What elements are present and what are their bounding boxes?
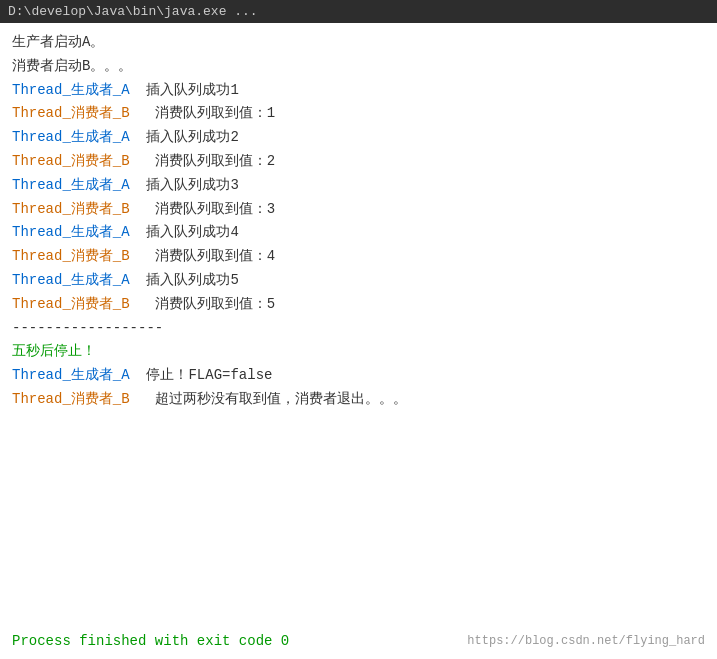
line-segment: 消费队列取到值：4 [130, 248, 276, 264]
line-segment: 消费队列取到值：5 [130, 296, 276, 312]
console-body: 生产者启动A。消费者启动B。。。Thread_生成者_A 插入队列成功1Thre… [0, 23, 717, 450]
console-line: 五秒后停止！ [12, 340, 705, 364]
console-line: Thread_消费者_B 消费队列取到值：2 [12, 150, 705, 174]
line-segment: Thread_生成者_A [12, 272, 130, 288]
console-line: Thread_生成者_A 插入队列成功2 [12, 126, 705, 150]
line-segment: 消费队列取到值：2 [130, 153, 276, 169]
console-line: Thread_生成者_A 插入队列成功1 [12, 79, 705, 103]
console-line: 消费者启动B。。。 [12, 55, 705, 79]
console-line: Thread_消费者_B 消费队列取到值：1 [12, 102, 705, 126]
console-line: Thread_消费者_B 消费队列取到值：3 [12, 198, 705, 222]
title-text: D:\develop\Java\bin\java.exe ... [8, 4, 258, 19]
line-segment: 超过两秒没有取到值，消费者退出。。。 [130, 391, 407, 407]
console-window: D:\develop\Java\bin\java.exe ... 生产者启动A。… [0, 0, 717, 659]
line-segment: 消费队列取到值：3 [130, 201, 276, 217]
line-segment: Thread_生成者_A [12, 367, 130, 383]
line-segment: 消费队列取到值：1 [130, 105, 276, 121]
line-segment: 插入队列成功4 [130, 224, 239, 240]
line-segment: Thread_消费者_B [12, 248, 130, 264]
console-line: Thread_消费者_B 消费队列取到值：4 [12, 245, 705, 269]
line-segment: Thread_消费者_B [12, 153, 130, 169]
line-segment: 插入队列成功5 [130, 272, 239, 288]
line-segment: Thread_消费者_B [12, 296, 130, 312]
console-line: Thread_生成者_A 停止！FLAG=false [12, 364, 705, 388]
console-line: ------------------ [12, 317, 705, 341]
console-line: 生产者启动A。 [12, 31, 705, 55]
line-segment: Thread_生成者_A [12, 177, 130, 193]
bottom-bar: Process finished with exit code 0 https:… [12, 633, 705, 649]
console-line: Thread_生成者_A 插入队列成功3 [12, 174, 705, 198]
console-line: Thread_生成者_A 插入队列成功5 [12, 269, 705, 293]
csdn-link: https://blog.csdn.net/flying_hard [467, 634, 705, 648]
line-segment: Thread_消费者_B [12, 105, 130, 121]
console-line: Thread_生成者_A 插入队列成功4 [12, 221, 705, 245]
line-segment: Thread_生成者_A [12, 129, 130, 145]
line-segment: 插入队列成功1 [130, 82, 239, 98]
line-segment: Thread_生成者_A [12, 82, 130, 98]
console-line: Thread_消费者_B 消费队列取到值：5 [12, 293, 705, 317]
line-segment: Thread_生成者_A [12, 224, 130, 240]
line-segment: 插入队列成功2 [130, 129, 239, 145]
line-segment: Thread_消费者_B [12, 201, 130, 217]
console-line: Thread_消费者_B 超过两秒没有取到值，消费者退出。。。 [12, 388, 705, 412]
line-segment: Thread_消费者_B [12, 391, 130, 407]
process-finished-text: Process finished with exit code 0 [12, 633, 289, 649]
line-segment: 停止！FLAG=false [130, 367, 273, 383]
line-segment: 插入队列成功3 [130, 177, 239, 193]
title-bar: D:\develop\Java\bin\java.exe ... [0, 0, 717, 23]
